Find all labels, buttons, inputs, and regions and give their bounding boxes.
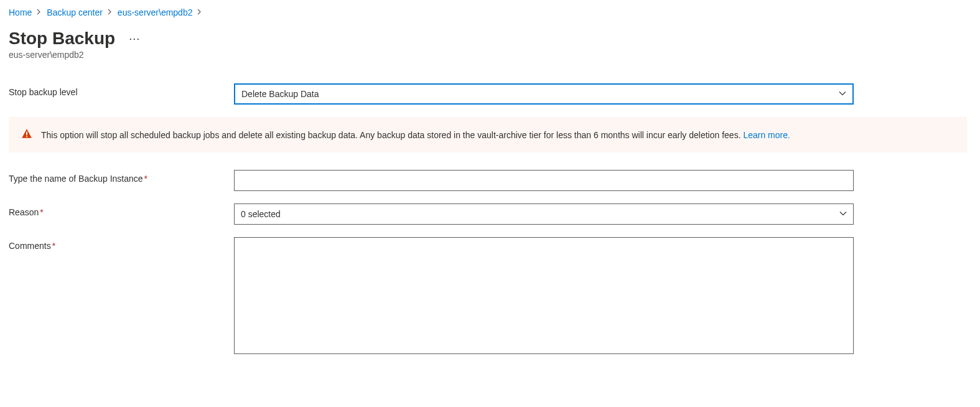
svg-rect-0	[26, 132, 27, 136]
required-indicator: *	[52, 241, 55, 251]
reason-select[interactable]: 0 selected	[234, 204, 854, 225]
page-title: Stop Backup	[9, 29, 115, 49]
breadcrumb-home[interactable]: Home	[9, 7, 32, 17]
learn-more-link[interactable]: Learn more.	[743, 130, 790, 140]
required-indicator: *	[144, 174, 147, 184]
reason-value: 0 selected	[241, 209, 839, 219]
chevron-right-icon	[197, 8, 202, 17]
chevron-right-icon	[108, 8, 113, 17]
warning-message: This option will stop all scheduled back…	[41, 130, 743, 140]
warning-icon	[21, 128, 32, 141]
chevron-right-icon	[37, 8, 42, 17]
comments-label: Comments*	[9, 237, 234, 251]
instance-name-input[interactable]	[234, 170, 854, 191]
breadcrumb: Home Backup center eus-server\empdb2	[9, 7, 971, 17]
warning-banner: This option will stop all scheduled back…	[9, 117, 967, 152]
instance-name-label: Type the name of Backup Instance*	[9, 170, 234, 184]
chevron-down-icon	[839, 209, 847, 219]
stop-backup-level-value: Delete Backup Data	[241, 89, 839, 99]
stop-backup-level-select[interactable]: Delete Backup Data	[234, 83, 854, 105]
svg-rect-1	[26, 136, 27, 137]
stop-backup-level-label: Stop backup level	[9, 83, 234, 97]
more-actions-button[interactable]: ···	[125, 32, 144, 45]
breadcrumb-backup-center[interactable]: Backup center	[47, 7, 103, 17]
chevron-down-icon	[839, 89, 846, 99]
comments-textarea[interactable]	[234, 237, 854, 354]
page-subtitle: eus-server\empdb2	[9, 50, 971, 60]
required-indicator: *	[40, 207, 43, 217]
breadcrumb-resource[interactable]: eus-server\empdb2	[118, 7, 193, 17]
reason-label: Reason*	[9, 204, 234, 217]
